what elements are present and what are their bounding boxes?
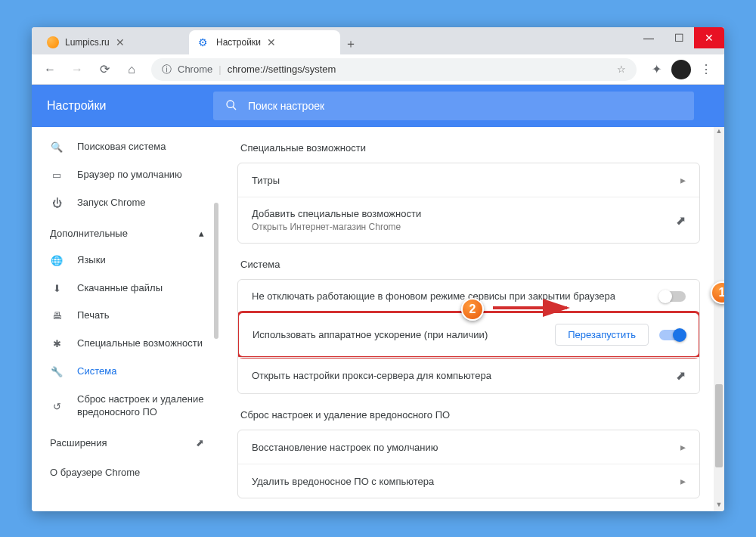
favicon-lumpics xyxy=(47,36,59,48)
toggle-background-apps[interactable] xyxy=(660,291,686,302)
main-area: 🔍Поисковая система ▭Браузер по умолчанию… xyxy=(32,127,724,511)
sidebar-item-languages[interactable]: 🌐Языки xyxy=(32,247,219,275)
scroll-down-icon[interactable]: ▼ xyxy=(714,501,724,511)
sidebar-item-extensions[interactable]: Расширения⬈ xyxy=(32,427,219,456)
globe-icon: 🌐 xyxy=(50,255,64,266)
callout-2: 2 xyxy=(461,298,484,321)
tab-label: Настройки xyxy=(216,37,261,48)
power-icon: ⏻ xyxy=(50,197,64,209)
section-title-reset: Сброс настроек и удаление вредоносного П… xyxy=(240,409,700,421)
sidebar-item-default-browser[interactable]: ▭Браузер по умолчанию xyxy=(32,161,219,189)
omnibox[interactable]: ⓘ Chrome | chrome://settings/system ☆ xyxy=(151,58,637,81)
print-icon: 🖶 xyxy=(50,310,64,321)
a11y-icon: ✱ xyxy=(50,338,64,349)
row-add-a11y[interactable]: Добавить специальные возможности Открыть… xyxy=(238,197,699,243)
external-link-icon: ⬈ xyxy=(676,213,686,228)
info-icon: ⓘ xyxy=(162,63,172,76)
scrollbar-thumb[interactable] xyxy=(715,384,723,467)
settings-search[interactable]: Поиск настроек xyxy=(213,92,694,120)
sidebar-item-search-engine[interactable]: 🔍Поисковая система xyxy=(32,133,219,161)
restart-button[interactable]: Перезапустить xyxy=(555,324,649,346)
row-restore-defaults[interactable]: Восстановление настроек по умолчанию ▸ xyxy=(238,430,699,464)
chevron-up-icon: ▴ xyxy=(199,228,204,239)
avatar[interactable] xyxy=(671,60,691,79)
settings-pane: Специальные возможности Титры ▸ Добавить… xyxy=(219,127,724,511)
chevron-right-icon: ▸ xyxy=(680,475,686,487)
toggle-hardware-accel[interactable] xyxy=(659,330,685,340)
external-link-icon: ⬈ xyxy=(196,437,204,449)
browser-window: Lumpics.ru ✕ ⚙ Настройки ✕ ＋ — ☐ ✕ ← → ⟳… xyxy=(32,27,724,511)
reload-button[interactable]: ⟳ xyxy=(92,57,116,82)
close-icon[interactable]: ✕ xyxy=(116,36,125,48)
close-button[interactable]: ✕ xyxy=(694,27,724,48)
menu-button[interactable]: ⋮ xyxy=(694,57,718,82)
close-icon[interactable]: ✕ xyxy=(267,36,276,48)
section-title-a11y: Специальные возможности xyxy=(240,142,700,154)
scroll-up-icon[interactable]: ▲ xyxy=(714,127,724,138)
page-title: Настройки xyxy=(32,99,213,113)
browser-icon: ▭ xyxy=(50,169,64,181)
sidebar-item-about[interactable]: О браузере Chrome xyxy=(32,456,219,486)
minimize-button[interactable]: — xyxy=(634,27,664,48)
maximize-button[interactable]: ☐ xyxy=(664,27,694,48)
chevron-right-icon: ▸ xyxy=(680,441,686,453)
home-button[interactable]: ⌂ xyxy=(119,57,144,82)
tab-lumpics[interactable]: Lumpics.ru ✕ xyxy=(38,30,189,54)
tab-strip: Lumpics.ru ✕ ⚙ Настройки ✕ ＋ xyxy=(32,29,361,54)
row-captions[interactable]: Титры ▸ xyxy=(238,163,699,197)
wrench-icon: 🔧 xyxy=(50,366,64,377)
row-proxy[interactable]: Открыть настройки прокси-сервера для ком… xyxy=(238,357,699,393)
content-area: Настройки Поиск настроек 🔍Поисковая сист… xyxy=(32,85,724,511)
callout-1: 1 xyxy=(711,281,724,304)
bookmark-icon[interactable]: ☆ xyxy=(617,64,626,75)
sidebar-scrollbar[interactable] xyxy=(213,127,219,511)
card-system: Не отключать работающие в фоновом режиме… xyxy=(237,279,700,394)
search-icon xyxy=(225,99,237,113)
search-icon: 🔍 xyxy=(50,141,64,153)
svg-point-0 xyxy=(227,101,234,107)
new-tab-button[interactable]: ＋ xyxy=(340,33,361,54)
settings-header: Настройки Поиск настроек xyxy=(32,85,724,127)
sidebar: 🔍Поисковая система ▭Браузер по умолчанию… xyxy=(32,127,219,511)
sidebar-item-startup[interactable]: ⏻Запуск Chrome xyxy=(32,189,219,217)
pane-scrollbar[interactable]: ▲ ▼ xyxy=(714,127,724,511)
chevron-right-icon: ▸ xyxy=(680,174,686,186)
svg-line-1 xyxy=(233,107,236,110)
sidebar-item-downloads[interactable]: ⬇Скачанные файлы xyxy=(32,275,219,303)
section-title-system: Система xyxy=(240,259,700,270)
gear-icon: ⚙ xyxy=(198,36,210,48)
external-link-icon: ⬈ xyxy=(676,368,686,383)
sidebar-item-print[interactable]: 🖶Печать xyxy=(32,302,219,330)
omnibox-url: chrome://settings/system xyxy=(228,64,336,75)
tab-label: Lumpics.ru xyxy=(65,37,110,48)
omnibox-prefix: Chrome xyxy=(178,64,212,75)
sidebar-item-reset[interactable]: ↺Сброс настроек и удаление вредоносного … xyxy=(32,386,219,427)
annotation-arrow xyxy=(491,296,575,319)
reset-icon: ↺ xyxy=(50,401,64,412)
search-placeholder: Поиск настроек xyxy=(248,100,324,112)
sidebar-group-advanced[interactable]: Дополнительные▴ xyxy=(32,217,219,247)
titlebar: Lumpics.ru ✕ ⚙ Настройки ✕ ＋ — ☐ ✕ xyxy=(32,27,724,54)
sidebar-item-system[interactable]: 🔧Система xyxy=(32,358,219,386)
back-button[interactable]: ← xyxy=(38,57,62,82)
tab-settings[interactable]: ⚙ Настройки ✕ xyxy=(189,30,340,54)
scrollbar-thumb[interactable] xyxy=(214,203,218,339)
row-cleanup[interactable]: Удалить вредоносное ПО с компьютера ▸ xyxy=(238,464,699,498)
forward-button[interactable]: → xyxy=(65,57,89,82)
card-reset: Восстановление настроек по умолчанию ▸ У… xyxy=(237,430,700,498)
toolbar: ← → ⟳ ⌂ ⓘ Chrome | chrome://settings/sys… xyxy=(32,54,724,85)
window-controls: — ☐ ✕ xyxy=(634,27,724,48)
card-a11y: Титры ▸ Добавить специальные возможности… xyxy=(237,163,700,244)
extensions-icon[interactable]: ✦ xyxy=(644,57,668,82)
download-icon: ⬇ xyxy=(50,283,64,294)
sidebar-item-accessibility[interactable]: ✱Специальные возможности xyxy=(32,330,219,358)
